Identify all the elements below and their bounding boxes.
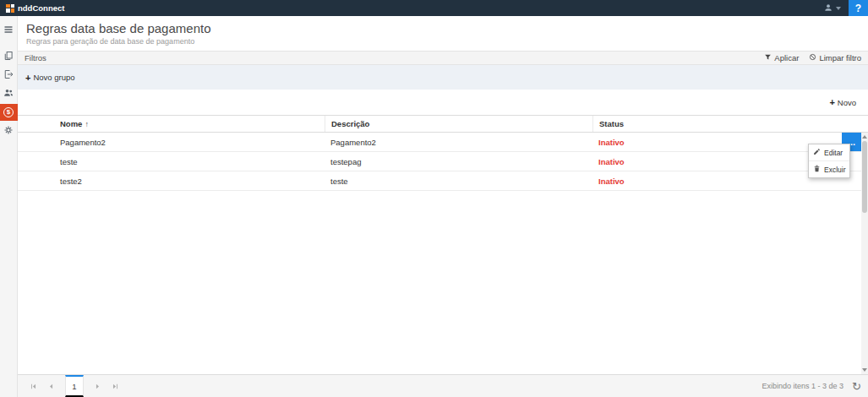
- next-page-button[interactable]: [89, 375, 106, 397]
- clear-filter-button[interactable]: Limpar filtro: [809, 53, 861, 63]
- sort-ascending-icon: ↑: [85, 120, 89, 128]
- menu-icon: [3, 24, 14, 37]
- cell-descricao: testepag: [325, 152, 592, 171]
- clear-filter-label: Limpar filtro: [819, 53, 861, 63]
- last-page-button[interactable]: [106, 375, 124, 397]
- topbar-actions: ?: [816, 0, 868, 16]
- new-button-label: Novo: [838, 98, 856, 107]
- column-header-nome-label: Nome: [60, 119, 82, 128]
- previous-page-button[interactable]: [42, 375, 60, 397]
- brand-name: nddConnect: [18, 3, 64, 13]
- new-group-label: Novo grupo: [33, 73, 74, 82]
- scroll-down-icon[interactable]: [862, 368, 867, 372]
- sidebar-item-users[interactable]: [0, 85, 18, 102]
- help-button[interactable]: ?: [849, 0, 868, 16]
- table-row[interactable]: Pagamento2 Pagamento2 Inativo: [18, 133, 868, 152]
- nddconnect-logo-icon: [6, 4, 14, 13]
- grid-toolbar: + Novo: [18, 90, 868, 115]
- filters-actions: Aplicar Limpar filtro: [764, 53, 861, 63]
- page-subtitle: Regras para geração de data base de paga…: [26, 37, 860, 46]
- trash-icon: [813, 165, 821, 174]
- new-group-button[interactable]: + Novo grupo: [25, 73, 75, 83]
- table-row[interactable]: teste2 teste Inativo: [18, 171, 868, 191]
- filters-bar: Filtros Aplicar Limpar filtro: [18, 51, 868, 65]
- cell-nome: Pagamento2: [18, 133, 325, 151]
- new-button[interactable]: + Novo: [829, 97, 856, 107]
- sidebar: $: [0, 16, 18, 397]
- menu-item-delete-label: Excluir: [824, 166, 846, 174]
- apply-filter-button[interactable]: Aplicar: [764, 53, 799, 63]
- user-icon: [824, 2, 833, 14]
- vertical-scrollbar[interactable]: [861, 133, 868, 374]
- ban-icon: [809, 53, 816, 63]
- column-header-descricao[interactable]: Descrição: [325, 116, 592, 132]
- apply-filter-label: Aplicar: [774, 53, 799, 63]
- column-header-nome[interactable]: Nome ↑: [18, 116, 325, 132]
- pager-status: Exibindo itens 1 - 3 de 3 ↻: [762, 381, 861, 392]
- menu-item-edit-label: Editar: [824, 149, 843, 157]
- page-number-button[interactable]: 1: [65, 375, 84, 397]
- column-header-status[interactable]: Status: [592, 116, 868, 132]
- brand-logo[interactable]: nddConnect: [0, 0, 64, 16]
- cell-descricao: teste: [325, 171, 592, 190]
- filters-title: Filtros: [25, 53, 46, 63]
- scrollbar-thumb[interactable]: [862, 141, 867, 213]
- copy-pages-icon: [3, 51, 14, 63]
- pencil-icon: [813, 148, 821, 157]
- data-grid: Nome ↑ Descrição Status Pagamento2 Pagam…: [18, 115, 868, 374]
- pagination-bar: 1 Exibindo itens 1 - 3 de 3 ↻: [18, 374, 868, 397]
- column-header-descricao-label: Descrição: [331, 119, 369, 128]
- user-menu-button[interactable]: [816, 0, 849, 16]
- sidebar-item-settings[interactable]: [0, 122, 18, 139]
- new-group-bar: + Novo grupo: [18, 65, 868, 90]
- sidebar-item-logout[interactable]: [0, 67, 18, 84]
- row-actions-menu: Editar Excluir: [808, 144, 850, 178]
- cell-descricao: Pagamento2: [325, 133, 592, 151]
- page-header: Regras data base de pagamento Regras par…: [18, 16, 868, 51]
- table-header-row: Nome ↑ Descrição Status: [18, 115, 868, 133]
- funnel-icon: [764, 53, 772, 63]
- chevron-down-icon: [836, 7, 841, 10]
- plus-icon: +: [25, 73, 30, 83]
- sidebar-item-documents[interactable]: [0, 48, 18, 65]
- next-page-icon: [94, 380, 101, 393]
- first-page-button[interactable]: [25, 375, 42, 397]
- users-icon: [3, 88, 14, 101]
- sidebar-item-payments[interactable]: $: [0, 104, 18, 121]
- sidebar-toggle-button[interactable]: [0, 22, 18, 39]
- menu-item-edit[interactable]: Editar: [809, 144, 849, 160]
- previous-page-icon: [47, 380, 55, 393]
- money-icon: $: [3, 107, 14, 117]
- pager-controls: 1: [25, 375, 124, 397]
- scroll-up-icon[interactable]: [862, 135, 867, 139]
- gears-icon: [3, 125, 14, 138]
- page-title: Regras data base de pagamento: [26, 21, 860, 35]
- main-content: Regras data base de pagamento Regras par…: [18, 16, 868, 397]
- cell-nome: teste: [18, 152, 325, 171]
- column-header-status-label: Status: [599, 119, 624, 128]
- refresh-icon[interactable]: ↻: [852, 381, 861, 392]
- table-row[interactable]: teste testepag Inativo: [18, 152, 868, 171]
- cell-nome: teste2: [18, 171, 325, 190]
- pager-info-text: Exibindo itens 1 - 3 de 3: [762, 382, 844, 390]
- logout-icon: [3, 69, 14, 82]
- first-page-icon: [30, 380, 37, 393]
- top-bar: nddConnect ?: [0, 0, 868, 16]
- plus-icon: +: [829, 97, 834, 107]
- menu-item-delete[interactable]: Excluir: [809, 160, 849, 177]
- last-page-icon: [112, 380, 119, 393]
